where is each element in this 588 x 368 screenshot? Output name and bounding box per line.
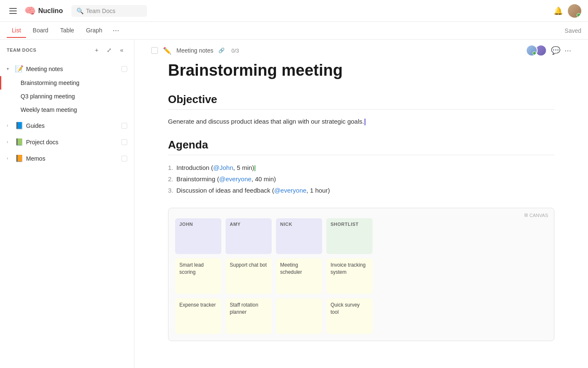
card-staff-rotation[interactable]: Staff rotation planner: [226, 298, 272, 334]
card-quick-survey[interactable]: Quick survey tool: [326, 298, 373, 334]
sidebar-section-guides: › 📘 Guides: [0, 117, 134, 134]
text-cursor: [365, 119, 365, 125]
brainstorming-label: Brainstorming meeting: [21, 79, 79, 86]
q3-planning-label: Q3 planning meeting: [21, 93, 75, 100]
sidebar-item-guides[interactable]: › 📘 Guides: [0, 118, 134, 133]
john-label: JOHN: [179, 222, 217, 227]
document-title: Brainstorming meeting: [168, 61, 554, 79]
sidebar-item-memos[interactable]: › 📙 Memos: [0, 151, 134, 166]
doc-checkbox[interactable]: [151, 47, 158, 54]
sidebar-actions: + ⤢ «: [91, 45, 127, 56]
canvas-headers-row: JOHN AMY NICK SHORTLIST: [175, 218, 547, 254]
objective-text: Generate and discuss product ideas that …: [168, 116, 554, 127]
tab-board[interactable]: Board: [28, 24, 53, 38]
objective-section: Objective Generate and discuss product i…: [168, 93, 554, 127]
objective-heading: Objective: [168, 93, 554, 106]
agenda-section: Agenda Introduction (@John, 5 min) Brain…: [168, 138, 554, 196]
column-header-amy: AMY: [226, 218, 272, 254]
collapse-button[interactable]: «: [116, 45, 127, 56]
project-docs-label: Project docs: [26, 139, 119, 146]
link-icon: 🔗: [218, 48, 225, 53]
tab-graph[interactable]: Graph: [81, 24, 108, 38]
agenda-item-2: Brainstorming (@everyone, 40 min): [168, 173, 554, 185]
chat-button[interactable]: 💬: [551, 46, 560, 55]
card-support-chat[interactable]: Support chat bot: [226, 258, 272, 294]
header-right: 🔔: [554, 4, 581, 18]
app-name: Nuclino: [38, 7, 63, 15]
guides-label: Guides: [26, 122, 119, 129]
chevron-right-icon-2: ›: [7, 140, 13, 144]
objective-divider: [168, 109, 554, 110]
add-item-button[interactable]: +: [91, 45, 102, 56]
nick-label: NICK: [280, 222, 318, 227]
chevron-down-icon: ▾: [7, 66, 13, 71]
agenda-item-1: Introduction (@John, 5 min): [168, 162, 554, 173]
column-header-shortlist: SHORTLIST: [326, 218, 373, 254]
card-meeting-scheduler[interactable]: Meeting scheduler: [276, 258, 322, 294]
tab-bar: List Board Table Graph ⋯ Saved: [0, 22, 588, 40]
tab-table[interactable]: Table: [55, 24, 79, 38]
notifications-bell[interactable]: 🔔: [554, 6, 563, 16]
column-header-nick: NICK: [276, 218, 322, 254]
sidebar-item-weekly-team[interactable]: Weekly team meeting: [0, 103, 134, 116]
canvas-icon: ⊞: [524, 212, 528, 218]
pencil-icon: ✏️: [163, 47, 171, 55]
sidebar-item-project-docs[interactable]: › 📗 Project docs: [0, 135, 134, 149]
mention-everyone-1: @everyone: [219, 175, 252, 183]
meeting-notes-label: Meeting notes: [26, 66, 119, 72]
top-header: 🧠 Nuclino 🔍 Team Docs 🔔: [0, 0, 588, 22]
search-bar[interactable]: 🔍 Team Docs: [71, 5, 147, 17]
main-layout: TEAM DOCS + ⤢ « ▾ 📝 Meeting notes Brains…: [0, 40, 588, 368]
toolbar-right: 💬 ⋯: [526, 45, 571, 56]
memos-checkbox[interactable]: [121, 156, 127, 161]
hamburger-menu[interactable]: [7, 5, 19, 16]
chevron-right-icon-3: ›: [7, 156, 13, 161]
card-invoice-tracking[interactable]: Invoice tracking system: [326, 258, 373, 294]
content-area: ✏️ Meeting notes 🔗 0/3 💬 ⋯ Brainstorming…: [134, 40, 588, 368]
canvas-row-1: Smart lead scoring Support chat bot Meet…: [175, 258, 547, 294]
logo[interactable]: 🧠 Nuclino: [24, 5, 63, 16]
canvas-row-2: Expense tracker Staff rotation planner Q…: [175, 298, 547, 334]
shortlist-label: SHORTLIST: [331, 222, 368, 227]
tab-more-icon[interactable]: ⋯: [109, 24, 123, 37]
sidebar-item-q3-planning[interactable]: Q3 planning meeting: [0, 90, 134, 103]
sidebar-section-meeting-notes: ▾ 📝 Meeting notes Brainstorming meeting …: [0, 61, 134, 117]
mention-john: @John: [213, 164, 234, 171]
cursor-john: [255, 165, 255, 171]
card-empty[interactable]: [276, 298, 322, 334]
amy-label: AMY: [230, 222, 268, 227]
mention-everyone-2: @everyone: [274, 187, 307, 194]
agenda-list: Introduction (@John, 5 min) Brainstormin…: [168, 162, 554, 196]
sidebar-section-project-docs: › 📗 Project docs: [0, 134, 134, 150]
search-placeholder: Team Docs: [86, 8, 116, 14]
active-users: [526, 45, 547, 56]
sidebar-title: TEAM DOCS: [7, 48, 88, 53]
agenda-divider: [168, 155, 554, 155]
breadcrumb[interactable]: Meeting notes: [176, 47, 213, 54]
active-user-avatar-1: [526, 45, 538, 56]
column-header-john: JOHN: [175, 218, 221, 254]
sidebar-item-meeting-notes[interactable]: ▾ 📝 Meeting notes: [0, 61, 134, 76]
agenda-item-3: Discussion of ideas and feedback (@every…: [168, 185, 554, 196]
search-icon: 🔍: [76, 8, 84, 14]
weekly-team-label: Weekly team meeting: [21, 106, 77, 113]
guides-icon: 📘: [15, 122, 24, 130]
card-expense-tracker[interactable]: Expense tracker: [175, 298, 221, 334]
project-docs-checkbox[interactable]: [121, 139, 127, 145]
expand-button[interactable]: ⤢: [104, 45, 115, 56]
memos-icon: 📙: [15, 154, 24, 162]
document-body: Brainstorming meeting Objective Generate…: [134, 61, 588, 365]
canvas-label: ⊞ CANVAS: [524, 212, 548, 218]
meeting-notes-checkbox[interactable]: [121, 66, 127, 72]
agenda-heading: Agenda: [168, 138, 554, 151]
content-toolbar: ✏️ Meeting notes 🔗 0/3 💬 ⋯: [134, 40, 588, 61]
project-docs-icon: 📗: [15, 138, 24, 146]
tab-list[interactable]: List: [7, 24, 26, 38]
guides-checkbox[interactable]: [121, 123, 127, 129]
user-avatar[interactable]: [568, 4, 581, 18]
sidebar-header: TEAM DOCS + ⤢ «: [0, 40, 134, 61]
card-smart-lead[interactable]: Smart lead scoring: [175, 258, 221, 294]
sidebar-item-brainstorming[interactable]: Brainstorming meeting: [0, 76, 134, 90]
doc-more-button[interactable]: ⋯: [564, 47, 571, 55]
sidebar-section-memos: › 📙 Memos: [0, 150, 134, 167]
